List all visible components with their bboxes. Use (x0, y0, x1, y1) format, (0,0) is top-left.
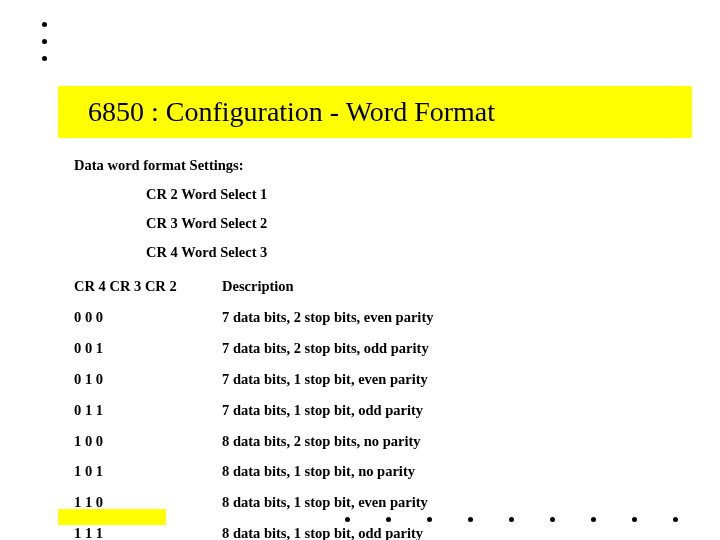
dot-icon (632, 517, 637, 522)
footer-accent-bar (58, 509, 166, 525)
dot-icon (386, 517, 391, 522)
cell-desc: 7 data bits, 2 stop bits, even parity (222, 302, 680, 333)
cr-line: CR 2 Word Select 1 (146, 185, 680, 204)
cr-line: CR 4 Word Select 3 (146, 243, 680, 262)
slide-title-band: 6850 : Configuration - Word Format (58, 86, 692, 138)
dot-icon (42, 22, 47, 27)
dot-icon (42, 39, 47, 44)
cr-list: CR 2 Word Select 1 CR 3 Word Select 2 CR… (146, 185, 680, 262)
dot-icon (673, 517, 678, 522)
dot-icon (591, 517, 596, 522)
table-row: 0 1 1 7 data bits, 1 stop bit, odd parit… (74, 395, 680, 426)
subheading: Data word format Settings: (74, 156, 680, 175)
table-row: 1 0 0 8 data bits, 2 stop bits, no parit… (74, 426, 680, 457)
word-format-table: CR 4 CR 3 CR 2 Description 0 0 0 7 data … (74, 271, 680, 540)
cell-bits: 0 0 0 (74, 302, 222, 333)
decorative-dots-left (42, 22, 47, 61)
table-row: 0 0 1 7 data bits, 2 stop bits, odd pari… (74, 333, 680, 364)
cell-desc: 8 data bits, 2 stop bits, no parity (222, 426, 680, 457)
dot-icon (509, 517, 514, 522)
cell-bits: 0 1 1 (74, 395, 222, 426)
cell-desc: 8 data bits, 1 stop bit, even parity (222, 487, 680, 518)
cell-desc: 7 data bits, 1 stop bit, odd parity (222, 395, 680, 426)
slide-title: 6850 : Configuration - Word Format (88, 96, 495, 128)
cell-desc: 7 data bits, 1 stop bit, even parity (222, 364, 680, 395)
cell-bits: 1 0 1 (74, 456, 222, 487)
table-row: 1 0 1 8 data bits, 1 stop bit, no parity (74, 456, 680, 487)
cell-desc: 7 data bits, 2 stop bits, odd parity (222, 333, 680, 364)
slide-content: Data word format Settings: CR 2 Word Sel… (74, 156, 680, 540)
cell-bits: 0 1 0 (74, 364, 222, 395)
dot-icon (468, 517, 473, 522)
table-row: 0 1 0 7 data bits, 1 stop bit, even pari… (74, 364, 680, 395)
col-header-bits: CR 4 CR 3 CR 2 (74, 271, 222, 302)
table-row: 0 0 0 7 data bits, 2 stop bits, even par… (74, 302, 680, 333)
cr-line: CR 3 Word Select 2 (146, 214, 680, 233)
decorative-dots-bottom (345, 517, 678, 522)
dot-icon (427, 517, 432, 522)
cell-bits: 1 0 0 (74, 426, 222, 457)
dot-icon (550, 517, 555, 522)
dot-icon (345, 517, 350, 522)
table-header-row: CR 4 CR 3 CR 2 Description (74, 271, 680, 302)
cell-bits: 0 0 1 (74, 333, 222, 364)
dot-icon (42, 56, 47, 61)
cell-desc: 8 data bits, 1 stop bit, no parity (222, 456, 680, 487)
col-header-desc: Description (222, 271, 680, 302)
